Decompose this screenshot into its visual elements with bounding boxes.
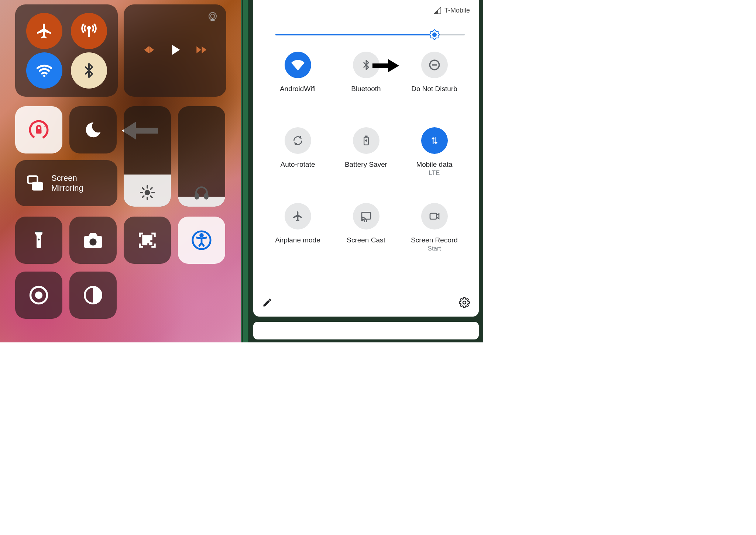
qs-tile-mobiledata[interactable]: Mobile dataLTE [401,127,468,177]
cellular-toggle[interactable] [71,13,107,49]
brightness-icon [124,184,171,201]
svg-rect-5 [36,129,42,134]
play-button[interactable] [166,41,183,60]
ios-control-center: Screen Mirroring [0,0,242,342]
record-icon [29,285,49,305]
status-bar: T-Mobile [433,4,470,17]
flashlight-button[interactable] [15,217,62,264]
qs-label: Bluetooth [333,85,399,93]
svg-point-25 [433,33,436,37]
rotation-lock-icon [28,119,50,141]
airplane-icon [285,203,311,229]
camera-button[interactable] [69,217,117,264]
battery-icon [353,127,379,154]
svg-point-3 [210,14,214,18]
svg-point-11 [38,238,39,240]
svg-point-8 [145,190,150,196]
svg-rect-14 [143,236,147,239]
svg-point-20 [200,234,203,237]
svg-rect-9 [196,194,198,199]
qs-tile-battery[interactable]: Battery Saver [333,127,399,169]
svg-rect-15 [148,236,151,239]
svg-rect-10 [205,194,207,199]
brightness-thumb-icon [429,29,440,40]
qs-label: Do Not Disturb [401,85,468,93]
qs-label: Screen Record [401,236,468,244]
pencil-icon [262,297,272,308]
qs-label: Battery Saver [333,160,399,169]
svg-rect-28 [365,136,367,137]
wifi-icon [35,61,54,80]
cellular-antenna-icon [80,22,98,40]
carrier-label: T-Mobile [444,7,470,14]
airplane-icon [35,22,53,40]
airplane-mode-toggle[interactable] [26,13,62,49]
qs-sublabel: LTE [401,169,468,177]
screen-mirroring-label: Screen Mirroring [51,173,83,193]
settings-button[interactable] [459,297,470,310]
qr-code-icon [137,230,157,250]
annotation-arrow-android [372,58,399,75]
gear-icon [459,297,470,308]
screen-record-button[interactable] [15,272,62,319]
svg-rect-29 [362,212,371,219]
screen-mirroring-button[interactable]: Screen Mirroring [15,160,117,206]
qs-label: Airplane mode [265,236,331,244]
brightness-slider[interactable] [124,106,171,207]
contrast-icon [83,285,103,305]
qs-tile-wifi[interactable]: AndroidWifi [265,52,331,93]
panel-divider [242,0,249,342]
svg-rect-16 [143,241,147,244]
headphones-icon [178,184,225,201]
svg-rect-31 [430,213,436,219]
bluetooth-toggle[interactable] [71,52,107,89]
qs-sublabel: Start [401,245,468,252]
svg-point-30 [361,220,362,221]
accessibility-icon [191,229,212,251]
wifi-icon [285,52,311,78]
do-not-disturb-toggle[interactable] [69,106,117,153]
record-icon [421,203,448,229]
edit-button[interactable] [262,297,272,309]
autorotate-icon [285,127,311,154]
qs-label: Screen Cast [333,236,399,244]
forward-button[interactable] [194,43,208,58]
cast-icon [353,203,379,229]
svg-rect-12 [35,231,42,232]
signal-icon [433,6,441,14]
qs-tile-autorotate[interactable]: Auto-rotate [265,127,331,169]
notification-placeholder [253,322,479,339]
mobiledata-icon [421,127,448,154]
svg-point-0 [87,27,90,29]
svg-point-13 [89,238,96,245]
connectivity-group [15,4,118,97]
svg-point-32 [463,301,466,304]
qs-label: Mobile data [401,160,468,169]
qs-tile-airplane[interactable]: Airplane mode [265,203,331,244]
airplay-icon[interactable] [207,11,218,24]
qs-label: Auto-rotate [265,160,331,169]
accessibility-button[interactable] [178,217,225,264]
moon-icon [83,120,103,140]
flashlight-icon [30,229,48,251]
wifi-toggle[interactable] [26,52,62,89]
qs-tile-dnd[interactable]: Do Not Disturb [401,52,468,93]
rotation-lock-toggle[interactable] [15,106,62,153]
qr-scanner-button[interactable] [124,217,171,264]
qs-tile-record[interactable]: Screen RecordStart [401,203,468,252]
volume-slider[interactable] [178,106,225,207]
android-quick-settings: T-Mobile AndroidWifiBluetoothDo Not Dist… [249,0,483,342]
svg-rect-7 [33,182,42,189]
screen-mirroring-icon [25,174,45,193]
camera-icon [82,229,104,251]
svg-rect-18 [150,243,152,245]
bluetooth-icon [81,62,97,79]
qs-tile-cast[interactable]: Screen Cast [333,203,399,244]
svg-point-22 [35,291,42,299]
qs-label: AndroidWifi [265,85,331,93]
dnd-icon [421,52,448,78]
dark-mode-button[interactable] [69,272,117,319]
rewind-button[interactable] [142,43,156,58]
svg-point-1 [43,75,45,77]
brightness-slider-android[interactable] [275,27,465,42]
